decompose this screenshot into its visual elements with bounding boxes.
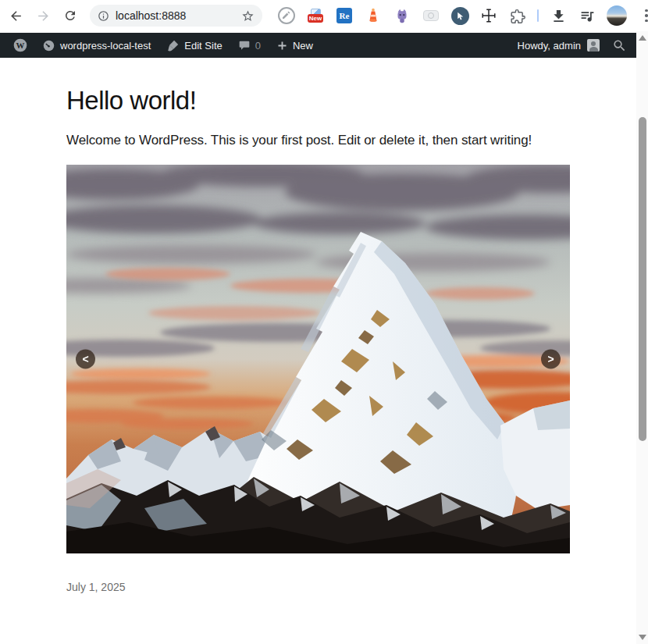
post-title: Hello world!	[66, 86, 570, 116]
howdy-admin[interactable]: Howdy, admin	[518, 40, 581, 52]
brush-icon	[166, 39, 180, 52]
scrollbar-thumb[interactable]	[639, 117, 646, 441]
back-icon[interactable]	[8, 8, 23, 23]
cursor-extension-icon[interactable]	[450, 5, 469, 26]
post-content: Hello world! Welcome to WordPress. This …	[66, 86, 570, 593]
toolbar-separator	[537, 9, 539, 22]
page-scrollbar[interactable]	[636, 31, 648, 644]
camera-extension-icon[interactable]	[422, 5, 440, 26]
lighthouse-extension-icon[interactable]	[364, 5, 383, 26]
comment-icon	[238, 39, 251, 52]
admin-avatar[interactable]	[587, 39, 600, 52]
post-excerpt: Welcome to WordPress. This is your first…	[66, 133, 570, 148]
slider-next-button[interactable]: >	[541, 350, 561, 369]
address-bar[interactable]: localhost:8888	[90, 5, 262, 27]
snow-mountain-sunset-photo	[66, 165, 570, 553]
extensions-puzzle-icon[interactable]	[508, 5, 527, 26]
scrollbar-up-arrow[interactable]	[639, 35, 646, 41]
comment-count: 0	[255, 40, 261, 52]
scrollbar-down-arrow[interactable]	[639, 635, 646, 640]
url-text[interactable]: localhost:8888	[116, 9, 235, 22]
admin-search-icon[interactable]	[612, 38, 627, 53]
admin-bar-comments[interactable]: 0	[230, 33, 269, 58]
site-info-icon[interactable]	[98, 10, 109, 22]
image-slider: < >	[66, 165, 570, 553]
reload-icon[interactable]	[62, 8, 78, 23]
post-date: July 1, 2025	[66, 581, 570, 593]
re-extension-icon[interactable]: Re	[335, 5, 354, 26]
purple-cat-extension-icon[interactable]	[393, 5, 411, 26]
pencil-extension-icon[interactable]	[277, 5, 296, 26]
playlist-music-icon[interactable]	[578, 5, 596, 26]
bookmark-star-icon[interactable]	[241, 9, 255, 23]
extensions-area: New Re	[277, 5, 648, 26]
browser-toolbar: localhost:8888 New Re	[0, 0, 648, 31]
plus-icon	[276, 40, 288, 52]
crosshair-move-icon[interactable]	[479, 5, 498, 26]
page-viewport: W wordpress-local-test Edit Site 0	[0, 33, 636, 644]
admin-bar-site-name[interactable]: wordpress-local-test	[34, 33, 158, 58]
dashboard-icon	[42, 39, 55, 52]
admin-bar-new[interactable]: New	[269, 33, 321, 58]
screenshot-extension-icon[interactable]: New	[306, 5, 325, 26]
slider-prev-button[interactable]: <	[76, 350, 95, 369]
forward-icon[interactable]	[35, 8, 51, 23]
downloads-icon[interactable]	[549, 5, 568, 26]
wp-admin-bar: W wordpress-local-test Edit Site 0	[0, 33, 636, 58]
svg-text:W: W	[16, 41, 25, 50]
admin-bar-edit-site[interactable]: Edit Site	[158, 33, 230, 58]
browser-profile-avatar[interactable]	[607, 5, 627, 26]
new-badge: New	[308, 14, 323, 23]
browser-menu-icon[interactable]	[637, 5, 648, 26]
wp-logo-icon[interactable]: W	[6, 33, 34, 58]
